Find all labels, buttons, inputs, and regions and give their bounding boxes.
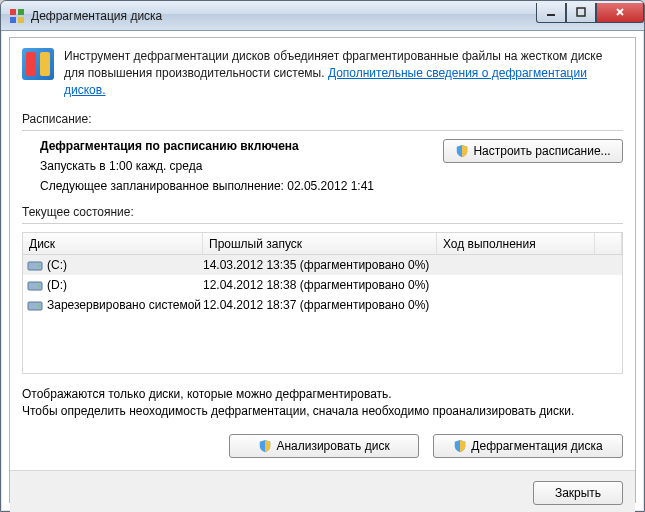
table-header: Диск Прошлый запуск Ход выполнения: [23, 233, 622, 255]
defrag-button[interactable]: Дефрагментация диска: [433, 434, 623, 458]
close-button[interactable]: [596, 3, 644, 23]
intro-block: Инструмент дефрагментации дисков объедин…: [22, 48, 623, 98]
analyze-button[interactable]: Анализировать диск: [229, 434, 419, 458]
disk-name: (C:): [47, 258, 67, 272]
shield-icon: [258, 439, 272, 453]
schedule-label: Расписание:: [22, 112, 623, 126]
table-row[interactable]: (D:) 12.04.2012 18:38 (фрагментировано 0…: [23, 275, 622, 295]
col-progress[interactable]: Ход выполнения: [437, 233, 595, 254]
table-row[interactable]: (C:) 14.03.2012 13:35 (фрагментировано 0…: [23, 255, 622, 275]
note-block: Отображаются только диски, которые можно…: [22, 386, 623, 420]
shield-icon: [455, 144, 469, 158]
defrag-label: Дефрагментация диска: [471, 439, 602, 453]
current-state: Текущее состояние: Диск Прошлый запуск Х…: [22, 205, 623, 374]
schedule-row: Дефрагментация по расписанию включена За…: [22, 139, 623, 199]
maximize-button[interactable]: [566, 3, 596, 23]
analyze-label: Анализировать диск: [276, 439, 389, 453]
svg-rect-1: [18, 9, 24, 15]
svg-rect-3: [18, 17, 24, 23]
current-state-label: Текущее состояние:: [22, 205, 623, 219]
disk-name: (D:): [47, 278, 67, 292]
shield-icon: [453, 439, 467, 453]
col-spacer: [595, 233, 622, 254]
minimize-button[interactable]: [536, 3, 566, 23]
last-run: 12.04.2012 18:37 (фрагментировано 0%): [203, 298, 437, 312]
svg-point-9: [38, 285, 40, 287]
note-line1: Отображаются только диски, которые можно…: [22, 386, 623, 403]
svg-rect-5: [577, 8, 585, 16]
close-label: Закрыть: [555, 486, 601, 500]
configure-schedule-button[interactable]: Настроить расписание...: [443, 139, 623, 163]
hdd-icon: [27, 277, 43, 293]
defrag-icon: [22, 48, 54, 80]
svg-rect-2: [10, 17, 16, 23]
schedule-next: Следующее запланированное выполнение: 02…: [40, 179, 443, 193]
col-disk[interactable]: Диск: [23, 233, 203, 254]
window-controls: [536, 3, 644, 23]
svg-rect-4: [547, 14, 555, 16]
col-last-run[interactable]: Прошлый запуск: [203, 233, 437, 254]
close-dialog-button[interactable]: Закрыть: [533, 481, 623, 505]
content-area: Инструмент дефрагментации дисков объедин…: [9, 37, 636, 503]
svg-point-7: [38, 265, 40, 267]
schedule-text: Дефрагментация по расписанию включена За…: [22, 139, 443, 199]
window: Дефрагментация диска Инструмент дефрагме…: [0, 0, 645, 512]
divider: [22, 223, 623, 224]
app-icon: [9, 8, 25, 24]
table-row[interactable]: Зарезервировано системой 12.04.2012 18:3…: [23, 295, 622, 315]
action-row: Анализировать диск Дефрагментация диска: [22, 434, 623, 458]
titlebar[interactable]: Дефрагментация диска: [1, 1, 644, 31]
disk-name: Зарезервировано системой: [47, 298, 201, 312]
disk-table: Диск Прошлый запуск Ход выполнения (C:) …: [22, 232, 623, 374]
divider: [22, 130, 623, 131]
svg-point-11: [38, 305, 40, 307]
schedule-run-at: Запускать в 1:00 кажд. среда: [40, 159, 443, 173]
hdd-icon: [27, 297, 43, 313]
table-body: (C:) 14.03.2012 13:35 (фрагментировано 0…: [23, 255, 622, 315]
hdd-icon: [27, 257, 43, 273]
last-run: 12.04.2012 18:38 (фрагментировано 0%): [203, 278, 437, 292]
intro-text: Инструмент дефрагментации дисков объедин…: [64, 48, 623, 98]
last-run: 14.03.2012 13:35 (фрагментировано 0%): [203, 258, 437, 272]
svg-rect-0: [10, 9, 16, 15]
window-title: Дефрагментация диска: [31, 9, 536, 23]
configure-schedule-label: Настроить расписание...: [473, 144, 610, 158]
schedule-status: Дефрагментация по расписанию включена: [40, 139, 443, 153]
bottom-bar: Закрыть: [10, 470, 635, 512]
note-line2: Чтобы определить неоходимость дефрагмент…: [22, 403, 623, 420]
